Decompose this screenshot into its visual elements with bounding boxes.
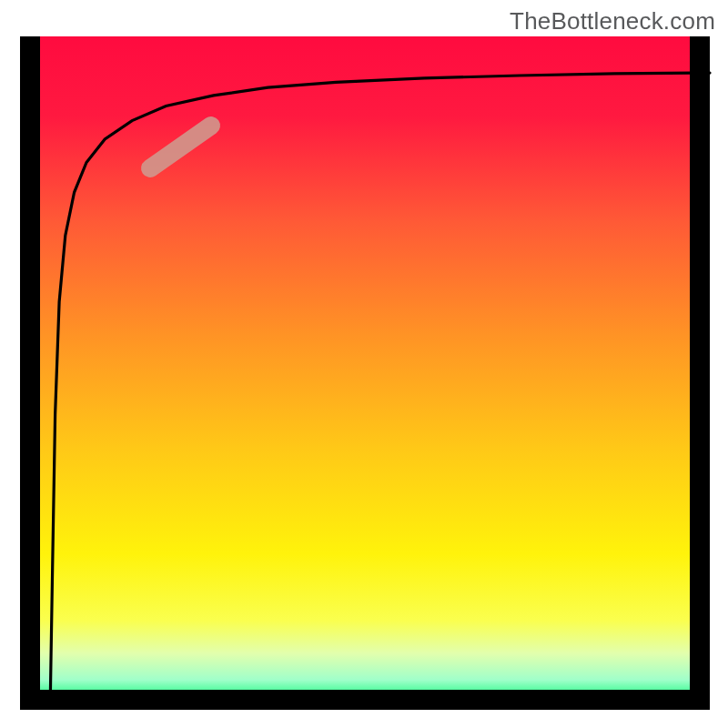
- svg-rect-2: [690, 36, 710, 710]
- bottleneck-chart: TheBottleneck.com: [0, 0, 728, 728]
- svg-rect-1: [20, 690, 710, 710]
- plot-background: [30, 36, 710, 700]
- chart-svg: [0, 0, 728, 728]
- svg-rect-0: [20, 36, 40, 710]
- attribution-label: TheBottleneck.com: [510, 7, 715, 35]
